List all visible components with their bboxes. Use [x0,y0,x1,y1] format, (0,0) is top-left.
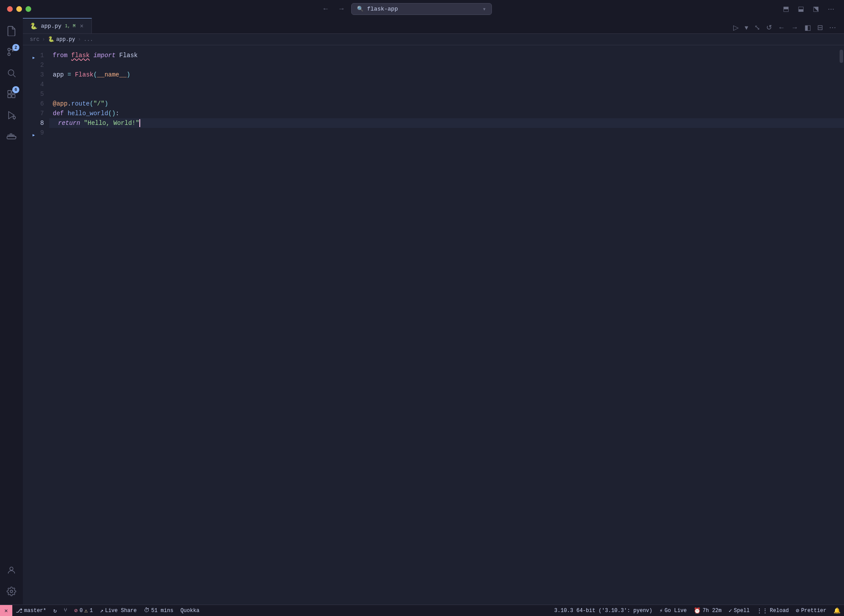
extensions-badge: 6 [12,86,19,93]
layout-more-button[interactable]: ⋯ [825,4,837,14]
branch-name: master* [24,608,46,614]
status-notifications[interactable]: 🔔 [830,605,844,616]
layout-sidebar-button[interactable]: ⬒ [780,4,792,14]
svg-point-17 [10,567,13,570]
tab-toolbar: ▷ ▾ ⤡ ↺ ← → ◧ ⊟ ⋯ [731,22,844,33]
split-editor-button[interactable]: ⊟ [815,22,826,33]
go-live-label: Go Live [665,608,687,614]
dropdown-icon: ▾ [483,5,486,13]
layout-split-button[interactable]: ⬔ [810,4,822,14]
tab-app-py[interactable]: 🐍 app.py 1, M × [23,18,92,33]
status-sync[interactable]: ↻ [50,605,60,616]
status-timer[interactable]: ⏱ 51 mins [140,605,177,616]
go-forward-button[interactable]: → [789,22,801,33]
live-share-icon: ↗ [100,607,103,614]
code-line-6: @app.route("/") [49,99,844,109]
maximize-button[interactable] [25,6,31,12]
time-value: 7h 22m [702,608,721,614]
nav-forward-button[interactable]: → [335,4,348,14]
timeline-button[interactable]: ↺ [764,22,775,33]
status-fork[interactable]: ⑂ [60,605,71,616]
main-layout: 2 6 [0,18,844,605]
code-line-3: app = Flask(__name__) [49,70,844,80]
check-icon: ✓ [729,607,732,614]
go-back-button[interactable]: ← [775,22,788,33]
editor-area: 🐍 app.py 1, M × ▷ ▾ ⤡ ↺ ← → ◧ ⊟ ⋯ src › [23,18,844,605]
git-compare-button[interactable]: ⤡ [752,22,763,33]
code-editor[interactable]: 1 ▶ 2 3 4 5 6 7 8 9 ▶ [23,45,844,605]
status-errors-button[interactable]: ✕ [0,605,12,616]
status-spell[interactable]: ✓ Spell [725,605,753,616]
git-branch-icon: ⎇ [16,607,22,614]
status-prettier[interactable]: ⊘ Prettier [793,605,830,616]
fork-icon: ⑂ [64,607,67,614]
search-bar[interactable]: 🔍 flask-app ▾ [351,3,492,15]
activity-bar: 2 6 [0,18,23,605]
title-bar: ← → 🔍 flask-app ▾ ⬒ ⬓ ⬔ ⋯ [0,0,844,18]
layout-panels-button[interactable]: ⬓ [795,4,807,14]
bell-icon: 🔔 [833,607,840,614]
svg-rect-12 [7,136,16,139]
svg-rect-13 [8,135,10,136]
sidebar-item-explorer[interactable] [2,21,21,40]
tab-label: app.py [41,23,62,29]
scm-badge: 2 [12,44,19,51]
activity-bar-top: 2 6 [2,21,21,146]
go-live-icon: ⚡ [659,607,663,614]
warning-count: 1 [90,608,93,614]
reload-icon: ⋮⋮ [757,607,768,614]
scroll-thumb [840,50,843,63]
code-content[interactable]: from flask import Flask app = Flask(__na… [49,45,844,605]
code-line-5 [49,89,844,99]
breadcrumb-file[interactable]: 🐍 app.py [48,36,75,43]
title-bar-center: ← → 🔍 flask-app ▾ [320,3,492,15]
prettier-icon: ⊘ [796,607,800,614]
code-line-1: from flask import Flask [49,51,844,60]
breadcrumb-ellipsis[interactable]: ... [84,36,93,43]
status-branch[interactable]: ⎇ master* [12,605,50,616]
clock-icon: ⏱ [144,607,149,614]
svg-marker-9 [9,112,15,119]
status-errors-count[interactable]: ⊘ 0 ⚠ 1 [71,605,96,616]
run-dropdown-button[interactable]: ▾ [742,22,751,33]
status-quokka[interactable]: Quokka [177,605,203,616]
text-cursor [139,119,140,127]
tab-close-button[interactable]: × [79,22,84,29]
sidebar-item-extensions[interactable]: 6 [2,84,21,104]
code-line-8: return "Hello, World!" [49,118,844,128]
more-actions-button[interactable]: ⋯ [826,22,839,33]
editor-container: 1 ▶ 2 3 4 5 6 7 8 9 ▶ [23,45,844,605]
minimize-button[interactable] [16,6,22,12]
run-button[interactable]: ▷ [731,22,741,33]
open-changes-button[interactable]: ◧ [802,22,814,33]
sidebar-item-settings[interactable] [2,582,21,601]
time-icon: ⏰ [694,607,701,614]
svg-point-2 [8,53,11,56]
status-go-live[interactable]: ⚡ Go Live [656,605,690,616]
svg-rect-8 [12,95,15,98]
tab-bar: 🐍 app.py 1, M × ▷ ▾ ⤡ ↺ ← → ◧ ⊟ ⋯ [23,18,844,34]
sidebar-item-search[interactable] [2,63,21,83]
error-icon: ✕ [4,607,8,614]
status-live-share[interactable]: ↗ Live Share [96,605,140,616]
status-time[interactable]: ⏰ 7h 22m [690,605,725,616]
title-bar-right: ⬒ ⬓ ⬔ ⋯ [780,4,837,14]
status-reload[interactable]: ⋮⋮ Reload [753,605,792,616]
svg-point-0 [8,48,11,51]
sidebar-item-scm[interactable]: 2 [2,42,21,62]
error-count-icon: ⊘ [74,607,78,614]
close-button[interactable] [7,6,13,12]
nav-back-button[interactable]: ← [320,4,332,14]
traffic-lights [7,6,31,12]
breadcrumb-sep1: › [42,36,45,43]
sidebar-item-account[interactable] [2,561,21,580]
breadcrumb-src[interactable]: src [30,36,40,43]
scrollbar[interactable] [838,45,844,605]
prettier-label: Prettier [801,608,826,614]
sidebar-item-docker[interactable] [2,127,21,146]
activity-bar-bottom [2,561,21,601]
python-file-icon: 🐍 [30,22,37,30]
svg-point-10 [13,117,15,119]
sidebar-item-run[interactable] [2,106,21,125]
status-python-version[interactable]: 3.10.3 64-bit ('3.10.3': pyenv) [551,605,656,616]
